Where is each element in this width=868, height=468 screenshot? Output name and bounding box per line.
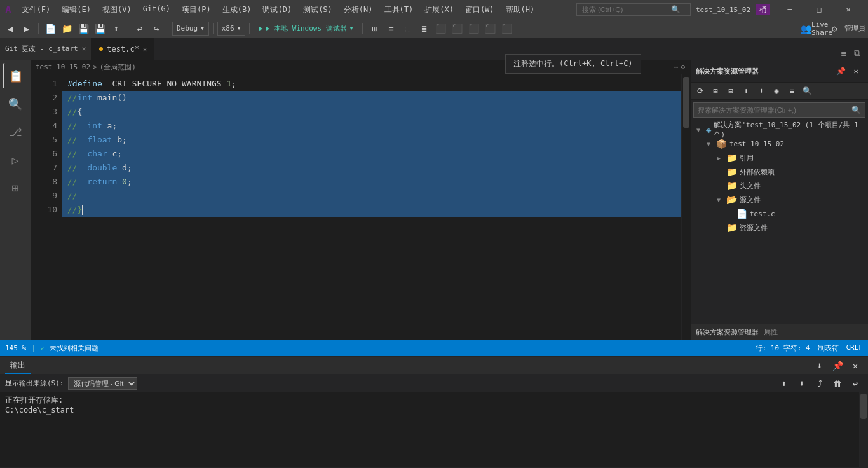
- redo-button[interactable]: ↪: [149, 21, 164, 36]
- menu-debug[interactable]: 调试(D): [257, 3, 297, 17]
- ref-expand[interactable]: ▶: [714, 155, 724, 162]
- se-btn-7[interactable]: ≡: [785, 84, 799, 98]
- back-button[interactable]: ◀: [3, 21, 18, 36]
- output-clear[interactable]: 🗑: [830, 376, 845, 391]
- se-testc-file[interactable]: ▶ 📄 test.c: [691, 207, 868, 221]
- menu-build[interactable]: 生成(B): [217, 3, 257, 17]
- live-share-button[interactable]: 👥 Live Share: [809, 21, 824, 36]
- save-all-button[interactable]: 💾: [76, 21, 91, 36]
- breadcrumb-scope[interactable]: (全局范围): [100, 62, 136, 72]
- output-scroll-top[interactable]: ⤴: [812, 376, 827, 391]
- breadcrumb-file[interactable]: test_10_15_02: [36, 63, 90, 71]
- output-close[interactable]: ✕: [848, 358, 863, 373]
- menu-git[interactable]: Git(G): [138, 3, 175, 17]
- code-editor[interactable]: 1 2 3 4 5 6 7 8 9 10 #define _CRT_SECURE…: [31, 74, 690, 340]
- se-search-input[interactable]: [698, 106, 849, 114]
- output-scroll-up[interactable]: ⬆: [776, 376, 792, 391]
- se-references[interactable]: ▶ 📁 引用: [691, 151, 868, 165]
- global-search-box[interactable]: 🔍: [576, 3, 691, 16]
- se-tab-properties[interactable]: 属性: [764, 327, 778, 337]
- menu-help[interactable]: 帮助(H): [501, 3, 540, 17]
- se-btn-5[interactable]: ⬇: [754, 84, 768, 98]
- menu-project[interactable]: 项目(P): [177, 3, 216, 17]
- toolbar-icon-3[interactable]: ⬚: [400, 21, 415, 36]
- toolbar-icon-5[interactable]: ⬛: [433, 21, 448, 36]
- project-expand[interactable]: ▼: [703, 141, 714, 148]
- new-file-button[interactable]: 📄: [43, 21, 58, 36]
- platform-dropdown[interactable]: x86 ▾: [217, 22, 246, 36]
- se-btn-1[interactable]: ⟳: [693, 84, 707, 98]
- forward-button[interactable]: ▶: [19, 21, 34, 36]
- explorer-icon[interactable]: 📋: [3, 63, 28, 88]
- solution-expand[interactable]: ▼: [693, 127, 703, 134]
- se-btn-8[interactable]: 🔍: [800, 84, 814, 98]
- tab-actions: ≡ ⧉: [839, 46, 868, 60]
- menu-test[interactable]: 测试(S): [298, 3, 337, 17]
- se-solution[interactable]: ▼ ◈ 解决方案'test_10_15_02'(1 个项目/共 1 个): [691, 123, 868, 137]
- git-activity-icon[interactable]: ⎇: [3, 119, 28, 144]
- se-btn-6[interactable]: ◉: [770, 84, 783, 98]
- output-scrollbar-thumb[interactable]: [860, 394, 867, 419]
- output-pin[interactable]: 📌: [830, 358, 845, 373]
- se-tab-solution[interactable]: 解决方案资源管理器: [696, 327, 759, 337]
- search-input[interactable]: [582, 6, 671, 13]
- menu-tools[interactable]: 工具(T): [379, 3, 419, 17]
- minimize-button[interactable]: ─: [775, 0, 804, 19]
- toolbar-icon-2[interactable]: ≡: [383, 21, 398, 36]
- breadcrumb-action-2[interactable]: ⚙: [681, 63, 685, 71]
- maximize-button[interactable]: □: [804, 0, 834, 19]
- output-wrap[interactable]: ↩: [848, 376, 863, 391]
- se-pin-button[interactable]: 📌: [834, 64, 848, 78]
- output-tab-title[interactable]: 输出: [5, 357, 31, 374]
- se-close-button[interactable]: ✕: [849, 64, 863, 78]
- se-resource-files[interactable]: ▶ 📁 资源文件: [691, 221, 868, 235]
- src-expand[interactable]: ▼: [714, 196, 724, 203]
- scrollbar-thumb[interactable]: [683, 77, 689, 128]
- code-content[interactable]: #define _CRT_SECURE_NO_WARNINGS 1 ; ▼ //…: [62, 74, 681, 340]
- debug-config-dropdown[interactable]: Debug ▾: [172, 22, 209, 36]
- undo-button[interactable]: ↩: [132, 21, 147, 36]
- breadcrumb-action-1[interactable]: ⋯: [674, 63, 679, 71]
- se-btn-4[interactable]: ⬆: [739, 84, 753, 98]
- menu-analyze[interactable]: 分析(N): [339, 3, 378, 17]
- toolbar-icon-4[interactable]: ≣: [416, 21, 431, 36]
- open-button[interactable]: 📁: [59, 21, 74, 36]
- se-btn-2[interactable]: ⊞: [709, 84, 722, 98]
- se-search-box[interactable]: 🔍: [693, 102, 865, 118]
- editor-scrollbar[interactable]: [681, 74, 690, 340]
- toolbar-icon-7[interactable]: ⬛: [466, 21, 481, 36]
- tab-overflow-button[interactable]: ≡: [839, 47, 849, 60]
- output-source-select[interactable]: 源代码管理 - Git: [68, 377, 137, 390]
- se-btn-3[interactable]: ⊟: [724, 84, 738, 98]
- extensions-icon[interactable]: ⊞: [3, 175, 28, 200]
- output-move-down[interactable]: ⬇: [812, 358, 827, 373]
- close-button[interactable]: ✕: [834, 0, 863, 19]
- menu-window[interactable]: 窗口(W): [460, 3, 499, 17]
- menu-file[interactable]: 文件(F): [17, 3, 56, 17]
- tooltip: 注释选中行。(Ctrl+K, Ctrl+C): [505, 54, 641, 74]
- git-tab-close[interactable]: ✕: [82, 45, 86, 53]
- toolbar-icon-9[interactable]: ⬛: [499, 21, 514, 36]
- menu-view[interactable]: 视图(V): [97, 3, 137, 17]
- toolbar-icon-1[interactable]: ⊞: [367, 21, 382, 36]
- menu-extensions[interactable]: 扩展(X): [419, 3, 459, 17]
- output-scroll-down[interactable]: ⬇: [794, 376, 810, 391]
- menu-edit[interactable]: 编辑(E): [57, 3, 96, 17]
- git-tab[interactable]: Git 更改 - c_start ✕: [0, 38, 92, 60]
- se-external-deps[interactable]: ▶ 📁 外部依赖项: [691, 165, 868, 179]
- file-tab-testc[interactable]: test.c* ✕: [92, 38, 155, 60]
- se-header-files[interactable]: ▶ 📁 头文件: [691, 179, 868, 193]
- manage-button[interactable]: ⚙: [827, 21, 842, 36]
- toolbar-icon-6[interactable]: ⬛: [449, 21, 465, 36]
- file-tab-close[interactable]: ✕: [143, 46, 147, 53]
- toolbar-icon-8[interactable]: ⬛: [482, 21, 498, 36]
- save-button[interactable]: 💾: [92, 21, 107, 36]
- run-button[interactable]: ▶ ▶ 本地 Windows 调试器 ▾: [254, 22, 358, 34]
- output-scrollbar[interactable]: [859, 392, 868, 467]
- se-source-files[interactable]: ▼ 📂 源文件: [691, 193, 868, 207]
- split-editor-button[interactable]: ⧉: [851, 46, 863, 60]
- search-activity-icon[interactable]: 🔍: [3, 91, 28, 116]
- publish-button[interactable]: ⬆: [109, 21, 124, 36]
- output-content: 正在打开存储库: C:\code\c_start: [0, 392, 859, 467]
- debug-activity-icon[interactable]: ▷: [3, 147, 28, 172]
